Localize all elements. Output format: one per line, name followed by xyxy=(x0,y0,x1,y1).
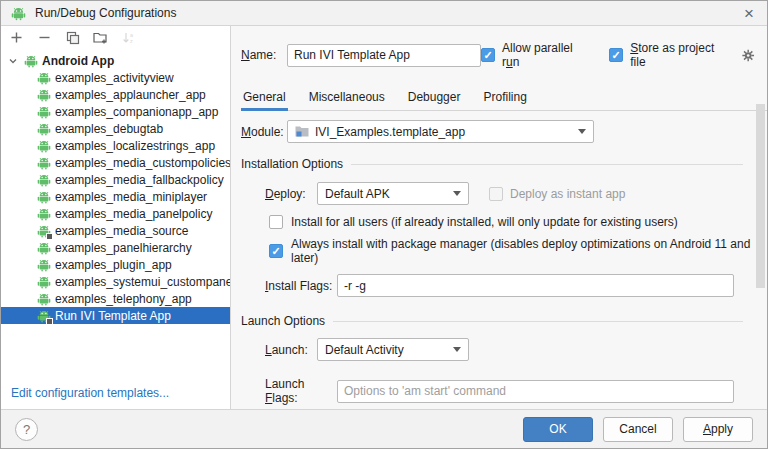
tree-root-android-app[interactable]: Android App xyxy=(1,52,230,69)
always-install-with-pm-checkbox[interactable] xyxy=(269,244,283,258)
svg-text:z: z xyxy=(130,38,133,44)
tree-item-label: examples_debugtab xyxy=(55,122,163,136)
install-flags-row: Install Flags: xyxy=(265,274,767,297)
deploy-label: Deploy: xyxy=(265,187,317,201)
tree-row[interactable]: Run IVI Template App xyxy=(1,307,230,324)
install-flags-label: Install Flags: xyxy=(265,279,337,293)
android-icon xyxy=(37,309,51,323)
tree-item-label: examples_media_fallbackpolicy xyxy=(55,173,224,187)
apply-button[interactable]: Apply xyxy=(683,417,753,442)
android-icon xyxy=(37,258,51,272)
android-icon xyxy=(37,292,51,306)
always-install-with-pm-row: Always install with package manager (dis… xyxy=(269,237,767,265)
module-value: IVI_Examples.template_app xyxy=(315,125,465,139)
installation-options-title: Installation Options xyxy=(241,157,343,171)
android-icon xyxy=(37,224,51,238)
android-icon xyxy=(37,139,51,153)
chevron-down-icon xyxy=(8,56,18,66)
tree-row[interactable]: examples_activityview xyxy=(1,69,230,86)
launch-options-section: Launch Options xyxy=(241,314,767,328)
tree-row[interactable]: examples_companionapp_app xyxy=(1,103,230,120)
remove-configuration-icon[interactable] xyxy=(36,29,53,46)
tree-row[interactable]: examples_panelhierarchy xyxy=(1,239,230,256)
allow-parallel-run-checkbox[interactable] xyxy=(481,48,495,62)
tree-row[interactable]: examples_media_miniplayer xyxy=(1,188,230,205)
tab-debugger[interactable]: Debugger xyxy=(406,84,463,110)
android-icon xyxy=(37,241,51,255)
install-for-all-users-row: Install for all users (if already instal… xyxy=(269,215,767,229)
name-input[interactable] xyxy=(287,44,481,67)
tree-row[interactable]: examples_debugtab xyxy=(1,120,230,137)
tree-item-label: Run IVI Template App xyxy=(55,309,171,323)
vertical-scrollbar[interactable] xyxy=(756,104,765,288)
tree-item-label: examples_companionapp_app xyxy=(55,105,218,119)
deploy-as-instant-app-label: Deploy as instant app xyxy=(510,187,625,201)
title-bar: Run/Debug Configurations × xyxy=(1,1,767,26)
module-select[interactable]: IVI_Examples.template_app xyxy=(287,120,594,143)
android-icon xyxy=(37,71,51,85)
tree-item-label: examples_applauncher_app xyxy=(55,88,206,102)
tab-general[interactable]: General xyxy=(241,84,288,110)
run-debug-configurations-dialog: Run/Debug Configurations × xyxy=(0,0,768,449)
tree-row[interactable]: examples_telephony_app xyxy=(1,290,230,307)
install-for-all-users-label: Install for all users (if already instal… xyxy=(291,215,678,229)
help-button[interactable]: ? xyxy=(15,418,38,441)
tree-items: examples_activityview examples_applaunch… xyxy=(1,69,230,324)
install-flags-input[interactable] xyxy=(337,274,734,297)
tree-row[interactable]: examples_media_source xyxy=(1,222,230,239)
close-icon[interactable]: × xyxy=(741,5,757,22)
tree-row[interactable]: examples_media_panelpolicy xyxy=(1,205,230,222)
cancel-button[interactable]: Cancel xyxy=(603,417,673,442)
deploy-value: Default APK xyxy=(325,187,390,201)
module-row: Module: IVI_Examples.template_app xyxy=(241,120,767,143)
launch-flags-row: Launch Flags: xyxy=(265,377,767,405)
chevron-down-icon xyxy=(578,129,586,134)
always-install-with-pm-label: Always install with package manager (dis… xyxy=(291,237,767,265)
tab-miscellaneous[interactable]: Miscellaneous xyxy=(307,84,387,110)
tree-row[interactable]: examples_systemui_custompaneltype xyxy=(1,273,230,290)
launch-flags-input[interactable] xyxy=(337,380,734,403)
dialog-footer: ? OK Cancel Apply xyxy=(1,409,767,448)
launch-flags-label: Launch Flags: xyxy=(265,377,337,405)
tree-row[interactable]: examples_media_fallbackpolicy xyxy=(1,171,230,188)
gear-icon[interactable] xyxy=(741,48,755,63)
allow-parallel-run-label: Allow parallel run xyxy=(502,41,590,69)
tree-row[interactable]: examples_media_custompolicies xyxy=(1,154,230,171)
copy-configuration-icon[interactable] xyxy=(64,29,81,46)
tree-item-label: examples_telephony_app xyxy=(55,292,192,306)
tree-row[interactable]: examples_applauncher_app xyxy=(1,86,230,103)
chevron-down-icon xyxy=(453,347,461,352)
launch-label: Launch: xyxy=(265,343,317,357)
deploy-row: Deploy: Default APK Deploy as instant ap… xyxy=(265,182,767,205)
run-config-badge-icon xyxy=(46,233,53,240)
tree-row[interactable]: examples_plugin_app xyxy=(1,256,230,273)
store-as-project-file-label: Store as project file xyxy=(630,41,728,69)
store-as-project-file-checkbox[interactable] xyxy=(609,48,623,62)
add-configuration-icon[interactable] xyxy=(8,29,25,46)
tree-row[interactable]: examples_localizestrings_app xyxy=(1,137,230,154)
deploy-select[interactable]: Default APK xyxy=(317,182,469,205)
launch-select[interactable]: Default Activity xyxy=(317,338,469,361)
installation-options-section: Installation Options xyxy=(241,157,767,171)
android-icon xyxy=(37,190,51,204)
tree-item-label: examples_systemui_custompaneltype xyxy=(55,275,230,289)
name-row: Name: Allow parallel run Store as projec… xyxy=(241,41,767,69)
tree-item-label: examples_panelhierarchy xyxy=(55,241,192,255)
sort-configurations-icon[interactable]: a z xyxy=(120,29,137,46)
android-icon xyxy=(37,156,51,170)
tree-item-label: examples_media_source xyxy=(55,224,188,238)
android-icon xyxy=(11,6,26,21)
edit-configuration-templates-link[interactable]: Edit configuration templates... xyxy=(11,386,169,400)
tree-item-label: examples_media_miniplayer xyxy=(55,190,207,204)
android-icon xyxy=(37,88,51,102)
ok-button[interactable]: OK xyxy=(523,417,593,442)
launch-row: Launch: Default Activity xyxy=(265,338,767,361)
install-for-all-users-checkbox[interactable] xyxy=(269,215,283,229)
name-label: Name: xyxy=(241,48,287,62)
android-icon xyxy=(37,105,51,119)
tree-item-label: examples_media_panelpolicy xyxy=(55,207,212,221)
tab-profiling[interactable]: Profiling xyxy=(481,84,528,110)
launch-options-title: Launch Options xyxy=(241,314,325,328)
new-folder-icon[interactable] xyxy=(92,29,109,46)
android-icon xyxy=(24,54,38,68)
